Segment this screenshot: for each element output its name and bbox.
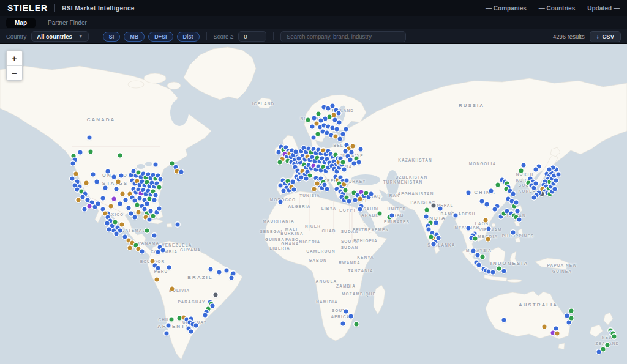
map-marker[interactable] [612,335,617,339]
map-marker[interactable] [154,163,158,167]
pill-dist[interactable]: Dist [177,32,200,42]
map-marker[interactable] [155,278,159,282]
map-marker[interactable] [522,163,526,168]
country-select[interactable]: All countries ▼ [31,31,88,42]
map-marker[interactable] [323,117,328,121]
map-marker[interactable] [344,149,348,154]
map-marker[interactable] [516,209,520,214]
map-marker[interactable] [137,171,141,175]
map-marker[interactable] [489,189,494,193]
map-marker[interactable] [170,162,175,166]
map-marker[interactable] [129,173,133,177]
map-marker[interactable] [214,293,218,297]
map-marker[interactable] [217,270,222,275]
map-marker[interactable] [551,331,555,335]
map-marker[interactable] [534,168,538,172]
map-marker[interactable] [165,332,169,336]
map-marker[interactable] [424,215,429,219]
map-marker[interactable] [502,269,506,273]
map-marker[interactable] [277,150,281,155]
map-marker[interactable] [84,181,89,185]
map-marker[interactable] [119,174,124,178]
map-marker[interactable] [497,267,501,271]
map-marker[interactable] [438,207,443,211]
map-marker[interactable] [331,104,335,108]
map-marker[interactable] [432,242,436,247]
map-marker[interactable] [485,202,489,207]
map-marker[interactable] [565,314,569,318]
map-marker[interactable] [557,173,561,177]
map-marker[interactable] [481,255,485,259]
pill-si[interactable]: SI [103,32,121,42]
map-marker[interactable] [203,313,208,318]
map-marker[interactable] [555,332,560,336]
map-marker[interactable] [432,204,436,208]
map-marker[interactable] [348,158,353,162]
map-marker[interactable] [148,218,152,222]
map-marker[interactable] [148,197,152,201]
map-marker[interactable] [345,179,349,183]
map-marker[interactable] [473,237,478,241]
map-marker[interactable] [112,175,116,179]
map-marker[interactable] [512,204,517,209]
pill-mb[interactable]: MB [124,32,145,42]
map-marker[interactable] [606,343,610,347]
tab-map[interactable]: Map [6,18,36,28]
map-marker[interactable] [554,327,558,331]
map-marker[interactable] [325,131,329,135]
map-marker[interactable] [331,126,335,130]
map-marker[interactable] [161,248,165,253]
map-marker[interactable] [278,160,282,165]
map-marker[interactable] [143,207,147,212]
map-marker[interactable] [101,207,105,212]
map-marker[interactable] [86,198,90,202]
map-marker[interactable] [310,125,315,129]
pill-dsi[interactable]: D+SI [148,32,173,42]
map-marker[interactable] [342,182,347,187]
map-marker[interactable] [118,154,122,158]
map-marker[interactable] [514,201,519,205]
map-marker[interactable] [597,350,601,354]
map-marker[interactable] [352,162,356,166]
map-marker[interactable] [378,212,382,216]
map-marker[interactable] [344,127,348,132]
map-marker[interactable] [88,136,92,140]
map-marker[interactable] [487,227,491,231]
map-marker[interactable] [471,249,476,253]
map-marker[interactable] [167,324,171,328]
map-marker[interactable] [152,198,157,202]
map-marker[interactable] [77,198,81,202]
map-marker[interactable] [178,316,182,321]
map-marker[interactable] [88,204,92,209]
map-marker[interactable] [567,321,571,325]
map-marker[interactable] [312,187,317,191]
map-marker[interactable] [129,212,133,216]
map-marker[interactable] [140,250,145,254]
map-marker[interactable] [502,318,506,322]
map-marker[interactable] [308,174,312,178]
map-marker[interactable] [427,228,431,232]
map-marker[interactable] [83,207,87,212]
map-marker[interactable] [170,318,174,322]
map-marker[interactable] [341,160,345,165]
map-marker[interactable] [477,263,481,267]
map-marker[interactable] [107,228,111,232]
map-marker[interactable] [116,180,121,184]
map-marker[interactable] [81,195,85,199]
map-marker[interactable] [487,270,491,274]
map-marker[interactable] [292,188,296,192]
map-marker[interactable] [429,235,434,239]
map-canvas[interactable]: CANADAUNITED STATESMEXICOCUBAGUATEMALAPA… [0,44,627,364]
map-marker[interactable] [338,137,342,141]
map-marker[interactable] [151,214,156,218]
map-marker[interactable] [71,162,75,166]
map-marker[interactable] [467,226,471,231]
map-marker[interactable] [113,220,118,225]
map-marker[interactable] [154,193,158,198]
map-marker[interactable] [225,269,229,273]
map-marker[interactable] [282,189,286,193]
map-marker[interactable] [319,119,323,123]
map-marker[interactable] [326,106,331,111]
map-marker[interactable] [304,177,309,181]
map-marker[interactable] [601,347,606,352]
